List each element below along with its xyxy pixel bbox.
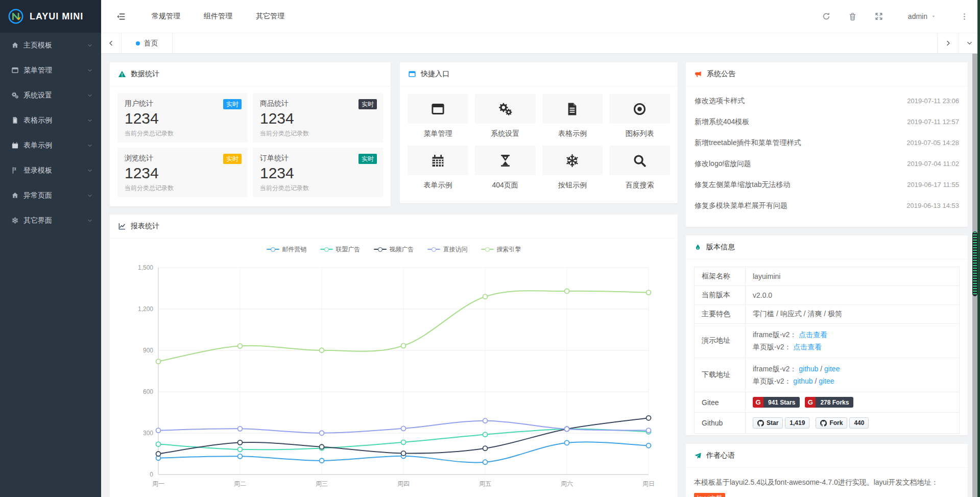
tab-options-button[interactable]	[959, 33, 980, 53]
stat-card-value: 1234	[260, 164, 376, 182]
chevron-left-icon	[107, 39, 115, 47]
github-widget: Fork 440	[816, 417, 869, 429]
sidebar-item-icon	[11, 116, 19, 124]
list-item[interactable]: 修复左侧菜单缩放tab无法移动 2019-06-17 11:55	[686, 174, 968, 195]
shortcut-item[interactable]: 百度搜索	[609, 146, 670, 190]
chevron-down-icon	[87, 92, 93, 99]
svg-text:周日: 周日	[642, 480, 655, 487]
top-nav-item[interactable]: 组件管理	[192, 0, 244, 33]
shortcut-item[interactable]: 表单示例	[408, 146, 468, 190]
shortcut-item[interactable]: 表格示例	[542, 94, 603, 138]
sidebar-item[interactable]: 登录模板	[0, 158, 101, 183]
shortcut-icon-box	[542, 94, 603, 124]
shortcut-item[interactable]: 菜单管理	[408, 94, 468, 138]
gitee-badge[interactable]: G 941 Stars	[753, 397, 800, 408]
sidebar-item-label: 其它界面	[23, 216, 87, 225]
list-item[interactable]: 修复多模块菜单栏展开有问题 2019-06-13 14:53	[686, 195, 968, 216]
download-link-gitee[interactable]: gitee	[824, 365, 840, 373]
sidebar-item[interactable]: 菜单管理	[0, 58, 101, 83]
shortcut-label: 按钮示例	[542, 181, 603, 190]
shortcut-item[interactable]: 系统设置	[475, 94, 536, 138]
sidebar-menu: 主页模板 菜单管理 系统设置 表格示例 表单示例 登录模板 异常页面	[0, 33, 101, 233]
table-row-github: Github Star 1,419	[695, 413, 960, 434]
sidebar-item[interactable]: 异常页面	[0, 183, 101, 208]
stat-card: 浏览统计 实时 1234 当前分类总记录数	[117, 148, 248, 197]
github-action-button[interactable]: Star	[753, 417, 783, 429]
sidebar-item-icon	[11, 66, 19, 74]
panel-version-info: 版本信息 框架名称layuimini 当前版本v2.0.0 主要特色零门槛 / …	[686, 235, 968, 435]
svg-text:周六: 周六	[561, 480, 573, 487]
chevron-down-icon	[87, 42, 93, 49]
shortcut-icon	[431, 102, 445, 116]
shortcut-icon	[498, 153, 513, 168]
panel-header: 快捷入口	[400, 62, 678, 86]
shortcut-item[interactable]: 图标列表	[609, 94, 670, 138]
refresh-icon[interactable]	[822, 12, 831, 21]
clear-cache-trash-icon[interactable]	[848, 12, 857, 21]
table-row: 主要特色零门槛 / 响应式 / 清爽 / 极简	[695, 305, 960, 324]
shortcut-icon-box	[408, 146, 468, 175]
more-options-icon[interactable]	[960, 12, 969, 21]
shortcut-label: 图标列表	[609, 129, 670, 138]
github-action-button[interactable]: Fork	[816, 417, 847, 429]
sidebar-item-icon	[11, 91, 19, 99]
sidebar-item[interactable]: 系统设置	[0, 83, 101, 108]
svg-text:周四: 周四	[397, 480, 410, 487]
shortcut-icon	[632, 153, 647, 168]
list-item[interactable]: 修改logo缩放问题 2019-07-04 11:02	[686, 153, 968, 174]
shortcut-item[interactable]: 404页面	[475, 146, 536, 190]
tab-scroll-right-button[interactable]	[937, 33, 959, 53]
panel-author-words: 作者心语 本模板基于layui2.5.4以及font-awesome-4.7.0…	[686, 444, 968, 497]
tab-home-label: 首页	[144, 39, 158, 48]
download-link-github[interactable]: github	[799, 365, 818, 373]
sidebar-item-label: 异常页面	[23, 191, 87, 200]
shortcut-icon	[565, 102, 580, 116]
shortcut-icon	[431, 153, 445, 168]
demo-link-iframe[interactable]: 点击查看	[799, 330, 827, 339]
top-nav-item[interactable]: 其它管理	[244, 0, 296, 33]
layui-docs-badge[interactable]: layui文档	[694, 493, 725, 497]
announcement-text: 修复多模块菜单栏展开有问题	[695, 201, 787, 210]
announcement-date: 2019-06-17 11:55	[907, 181, 959, 188]
tab-home[interactable]: 首页	[122, 33, 173, 53]
chevron-down-icon	[87, 218, 93, 224]
shortcut-item[interactable]: 按钮示例	[542, 146, 603, 190]
download-link-gitee[interactable]: gitee	[819, 377, 834, 385]
shortcut-label: 百度搜索	[609, 181, 670, 190]
sidebar-item[interactable]: 其它界面	[0, 208, 101, 233]
panel-title: 版本信息	[706, 243, 735, 252]
download-link-github[interactable]: github	[793, 377, 812, 385]
gitee-logo: G	[805, 397, 816, 408]
top-nav-item[interactable]: 常规管理	[140, 0, 192, 33]
github-count-button[interactable]: 1,419	[785, 417, 809, 429]
list-item[interactable]: 新增系统404模板 2019-07-11 12:57	[686, 111, 968, 132]
panel-title: 报表统计	[131, 222, 159, 231]
sidebar-item[interactable]: 表单示例	[0, 133, 101, 158]
stat-card: 用户统计 实时 1234 当前分类总记录数	[117, 93, 248, 143]
svg-text:周二: 周二	[234, 480, 246, 487]
chevron-down-icon	[87, 168, 93, 174]
gitee-badge[interactable]: G 278 Forks	[805, 397, 853, 408]
stat-card: 订单统计 实时 1234 当前分类总记录数	[253, 148, 383, 197]
sidebar-item[interactable]: 主页模板	[0, 33, 101, 58]
list-item[interactable]: 新增treetable插件和菜单管理样式 2019-07-05 14:28	[686, 132, 968, 153]
scrollbar-thumb[interactable]	[972, 231, 977, 296]
github-count-button[interactable]: 440	[849, 417, 869, 429]
list-item[interactable]: 修改选项卡样式 2019-07-11 23:06	[686, 90, 968, 111]
report-chart: 周一周二周三周四周五周六周日03006009001,2001,500	[110, 251, 678, 497]
sidebar-toggle-button[interactable]	[101, 0, 140, 33]
sidebar-item[interactable]: 表格示例	[0, 108, 101, 133]
demo-link-spa[interactable]: 点击查看	[793, 343, 822, 351]
fullscreen-icon[interactable]	[874, 12, 883, 21]
table-row: 框架名称layuimini	[695, 267, 960, 286]
report-chart-container: 周一周二周三周四周五周六周日03006009001,2001,500	[110, 251, 678, 497]
shortcut-icon-box	[475, 146, 536, 175]
sidebar-item-icon	[11, 41, 19, 49]
svg-text:1,500: 1,500	[138, 264, 153, 271]
gitee-logo: G	[753, 397, 763, 408]
tab-scroll-left-button[interactable]	[101, 33, 122, 53]
header-actions: admin	[822, 0, 980, 33]
menu-toggle-icon	[116, 12, 126, 21]
announcement-list: 修改选项卡样式 2019-07-11 23:06 新增系统404模板 2019-…	[686, 86, 968, 216]
user-dropdown[interactable]: admin	[908, 12, 937, 20]
